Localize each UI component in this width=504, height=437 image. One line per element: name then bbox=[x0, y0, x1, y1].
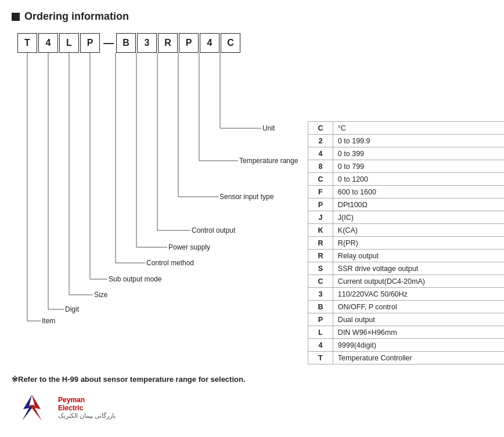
table-desc: DIN W96×H96mm bbox=[333, 326, 504, 339]
table-desc: 0 to 199.9 bbox=[333, 135, 504, 147]
table-code: R bbox=[308, 250, 333, 262]
table-desc: 0 to 799 bbox=[333, 160, 504, 173]
table-row: BON/OFF, P control bbox=[308, 301, 505, 313]
power-label: Power supply bbox=[168, 243, 210, 251]
item-label: Item bbox=[42, 317, 55, 325]
title-text: Ordering information bbox=[24, 10, 129, 23]
logo-svg bbox=[12, 392, 52, 424]
table-row: 49999(4digit) bbox=[308, 339, 505, 352]
page: Ordering information T4LP—B3RP4C bbox=[0, 0, 504, 437]
square-icon bbox=[12, 13, 20, 21]
table-code: C bbox=[308, 122, 333, 135]
logo-text-group: Peyman Electric بازرگانی پیمان الکتریک bbox=[58, 396, 116, 420]
table-desc: 0 to 399 bbox=[333, 147, 504, 160]
table-row: PDual output bbox=[308, 313, 505, 326]
table-code: P bbox=[308, 198, 333, 211]
table-desc: ON/OFF, P control bbox=[333, 301, 504, 313]
info-table: C°C20 to 199.940 to 39980 to 799C0 to 12… bbox=[308, 121, 504, 364]
logo-name: Peyman Electric bbox=[58, 396, 116, 412]
table-code: R bbox=[308, 237, 333, 250]
table-row: 20 to 199.9 bbox=[308, 135, 505, 147]
table-code: 4 bbox=[308, 339, 333, 352]
model-box-9: C bbox=[221, 33, 240, 53]
diagram-container: Unit Temperature range Sensor input type… bbox=[12, 53, 492, 364]
table-code: F bbox=[308, 186, 333, 198]
table-row: RRelay output bbox=[308, 250, 505, 262]
table-desc: Current output(DC4-20mA) bbox=[333, 275, 504, 288]
info-table-wrapper: C°C20 to 199.940 to 39980 to 799C0 to 12… bbox=[308, 121, 504, 364]
table-row: 80 to 799 bbox=[308, 160, 505, 173]
table-desc: 600 to 1600 bbox=[333, 186, 504, 198]
table-code: T bbox=[308, 352, 333, 364]
table-desc: °C bbox=[333, 122, 504, 135]
unit-label: Unit bbox=[262, 124, 275, 132]
table-desc: Relay output bbox=[333, 250, 504, 262]
table-code: 4 bbox=[308, 147, 333, 160]
model-dash: — bbox=[103, 37, 114, 49]
table-desc: J(IC) bbox=[333, 211, 504, 224]
table-row: 40 to 399 bbox=[308, 147, 505, 160]
table-row: JJ(IC) bbox=[308, 211, 505, 224]
table-desc: 0 to 1200 bbox=[333, 173, 504, 186]
digit-label: Digit bbox=[65, 305, 80, 313]
section-title: Ordering information bbox=[12, 10, 492, 23]
table-code: S bbox=[308, 262, 333, 275]
table-row: 3110/220VAC 50/60Hz bbox=[308, 288, 505, 301]
table-code: J bbox=[308, 211, 333, 224]
table-desc: K(CA) bbox=[333, 224, 504, 237]
logo-area: Peyman Electric بازرگانی پیمان الکتریک bbox=[12, 392, 492, 424]
model-box-3: P bbox=[80, 33, 100, 53]
table-row: SSSR drive voltage output bbox=[308, 262, 505, 275]
table-row: RR(PR) bbox=[308, 237, 505, 250]
table-desc: SSR drive voltage output bbox=[333, 262, 504, 275]
ctrl-method-label: Control method bbox=[146, 259, 194, 267]
table-code: K bbox=[308, 224, 333, 237]
sensor-label: Sensor input type bbox=[219, 193, 274, 201]
model-box-6: R bbox=[158, 33, 178, 53]
table-row: KK(CA) bbox=[308, 224, 505, 237]
model-box-1: 4 bbox=[38, 33, 58, 53]
size-label: Size bbox=[94, 291, 108, 299]
model-row: T4LP—B3RP4C bbox=[17, 33, 492, 53]
logo-arabic: بازرگانی پیمان الکتریک bbox=[58, 412, 116, 420]
table-desc: 9999(4digit) bbox=[333, 339, 504, 352]
table-code: 8 bbox=[308, 160, 333, 173]
sub-out-label: Sub output mode bbox=[109, 275, 162, 283]
logo-box bbox=[12, 392, 52, 424]
table-desc: R(PR) bbox=[333, 237, 504, 250]
note-text: ※Refer to the H-99 about sensor temperat… bbox=[12, 375, 492, 384]
table-row: C0 to 1200 bbox=[308, 173, 505, 186]
diagram-svg: Unit Temperature range Sensor input type… bbox=[12, 53, 308, 337]
ctrl-out-label: Control output bbox=[192, 226, 236, 234]
model-box-8: 4 bbox=[200, 33, 219, 53]
left-side: Unit Temperature range Sensor input type… bbox=[12, 53, 308, 364]
table-row: CCurrent output(DC4-20mA) bbox=[308, 275, 505, 288]
table-desc: Dual output bbox=[333, 313, 504, 326]
table-code: C bbox=[308, 275, 333, 288]
temp-range-label: Temperature range bbox=[239, 157, 298, 165]
table-code: 3 bbox=[308, 288, 333, 301]
table-desc: DPt100Ω bbox=[333, 198, 504, 211]
table-row: TTemperature Controller bbox=[308, 352, 505, 364]
table-row: C°C bbox=[308, 122, 505, 135]
model-box-5: 3 bbox=[137, 33, 157, 53]
table-desc: Temperature Controller bbox=[333, 352, 504, 364]
table-code: C bbox=[308, 173, 333, 186]
model-box-0: T bbox=[17, 33, 37, 53]
table-code: B bbox=[308, 301, 333, 313]
model-box-4: B bbox=[116, 33, 136, 53]
table-code: L bbox=[308, 326, 333, 339]
table-row: F600 to 1600 bbox=[308, 186, 505, 198]
table-row: PDPt100Ω bbox=[308, 198, 505, 211]
table-code: 2 bbox=[308, 135, 333, 147]
table-desc: 110/220VAC 50/60Hz bbox=[333, 288, 504, 301]
table-row: LDIN W96×H96mm bbox=[308, 326, 505, 339]
model-box-2: L bbox=[59, 33, 79, 53]
model-box-7: P bbox=[179, 33, 199, 53]
table-code: P bbox=[308, 313, 333, 326]
